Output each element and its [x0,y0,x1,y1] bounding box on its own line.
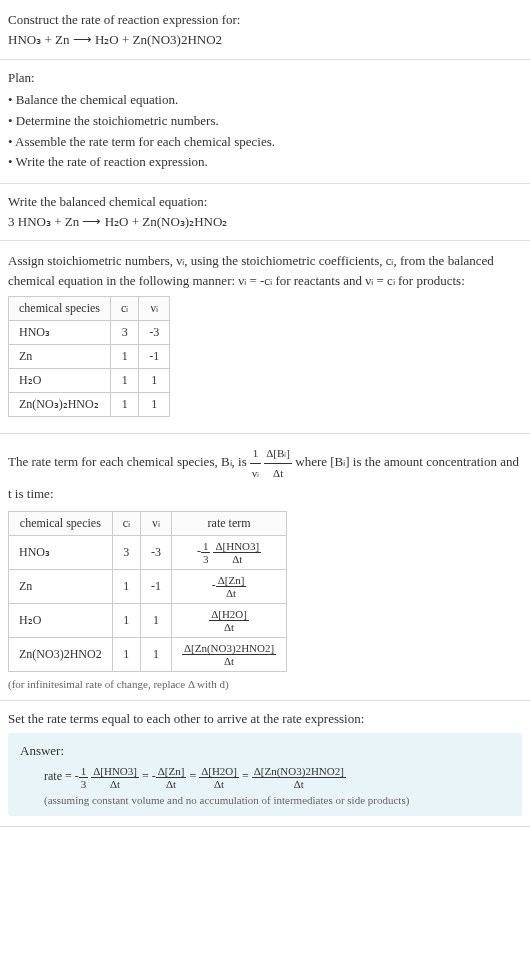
question-section: Construct the rate of reaction expressio… [0,0,530,60]
rateterm-section: The rate term for each chemical species,… [0,434,530,700]
plan-section: Plan: Balance the chemical equation. Det… [0,60,530,184]
rateterm-intro: The rate term for each chemical species,… [8,444,522,504]
cell: HNO₃ [9,535,113,569]
cell: 1 [112,569,140,603]
plan-item: Balance the chemical equation. [8,90,522,111]
cell: 1 [139,369,170,393]
final-title: Set the rate terms equal to each other t… [8,711,522,727]
cell: Zn [9,345,111,369]
cell: -1 [140,569,171,603]
text: The rate term for each chemical species,… [8,454,250,469]
cell: Δ[Zn(NO3)2HNO2]Δt [171,637,286,671]
cell: 1 [139,393,170,417]
table-row: Zn1-1 [9,345,170,369]
cell: -1 [139,345,170,369]
fraction: Δ[HNO3]Δt [213,540,261,565]
balanced-equation: 3 HNO₃ + Zn ⟶ H₂O + Zn(NO₃)₂HNO₂ [8,214,522,230]
cell: 1 [112,637,140,671]
rt-h-c: cᵢ [112,511,140,535]
table-row: HNO₃3-3 [9,321,170,345]
text: rate = [44,769,75,783]
stoich-h-species: chemical species [9,297,111,321]
answer-assumption: (assuming constant volume and no accumul… [20,794,510,806]
balanced-title: Write the balanced chemical equation: [8,194,522,210]
table-row: Zn(NO₃)₂HNO₂11 [9,393,170,417]
cell: 1 [110,369,138,393]
plan-item: Assemble the rate term for each chemical… [8,132,522,153]
plan-title: Plan: [8,70,522,86]
rateterm-table: chemical species cᵢ νᵢ rate term HNO₃ 3 … [8,511,287,672]
cell: H₂O [9,603,113,637]
cell: 1 [112,603,140,637]
fraction: Δ[Zn]Δt [156,765,187,790]
cell: 1 [140,637,171,671]
fraction: 13 [201,540,211,565]
fraction: Δ[HNO3]Δt [91,765,139,790]
rt-h-rate: rate term [171,511,286,535]
fraction: Δ[Bᵢ]Δt [264,444,292,482]
question-prompt: Construct the rate of reaction expressio… [8,10,522,30]
fraction: Δ[H2O]Δt [199,765,239,790]
cell: 1 [110,345,138,369]
fraction: Δ[Zn(NO3)2HNO2]Δt [182,642,276,667]
cell: Zn [9,569,113,603]
rateterm-note: (for infinitesimal rate of change, repla… [8,678,522,690]
fraction: Δ[Zn(NO3)2HNO2]Δt [252,765,346,790]
fraction: Δ[Zn]Δt [216,574,247,599]
rt-h-v: νᵢ [140,511,171,535]
fraction: 1νᵢ [250,444,261,482]
cell: H₂O [9,369,111,393]
balanced-section: Write the balanced chemical equation: 3 … [0,184,530,241]
cell: HNO₃ [9,321,111,345]
table-row: Zn(NO3)2HNO2 1 1 Δ[Zn(NO3)2HNO2]Δt [9,637,287,671]
answer-box: Answer: rate = -13 Δ[HNO3]Δt = -Δ[Zn]Δt … [8,733,522,816]
rt-h-species: chemical species [9,511,113,535]
stoich-h-v: νᵢ [139,297,170,321]
cell: -13 Δ[HNO3]Δt [171,535,286,569]
cell: -Δ[Zn]Δt [171,569,286,603]
plan-item: Determine the stoichiometric numbers. [8,111,522,132]
final-section: Set the rate terms equal to each other t… [0,701,530,827]
question-equation: HNO₃ + Zn ⟶ H₂O + Zn(NO3)2HNO2 [8,30,522,50]
cell: 3 [112,535,140,569]
table-row: H₂O11 [9,369,170,393]
stoich-intro: Assign stoichiometric numbers, νᵢ, using… [8,251,522,290]
cell: 1 [110,393,138,417]
plan-list: Balance the chemical equation. Determine… [8,90,522,173]
fraction: 13 [79,765,89,790]
cell: Zn(NO3)2HNO2 [9,637,113,671]
answer-label: Answer: [20,743,510,759]
cell: 3 [110,321,138,345]
cell: Δ[H2O]Δt [171,603,286,637]
fraction: Δ[H2O]Δt [209,608,249,633]
cell: 1 [140,603,171,637]
stoich-table: chemical species cᵢ νᵢ HNO₃3-3 Zn1-1 H₂O… [8,296,170,417]
plan-item: Write the rate of reaction expression. [8,152,522,173]
cell: Zn(NO₃)₂HNO₂ [9,393,111,417]
stoich-h-c: cᵢ [110,297,138,321]
answer-equation: rate = -13 Δ[HNO3]Δt = -Δ[Zn]Δt = Δ[H2O]… [20,765,510,790]
table-row: H₂O 1 1 Δ[H2O]Δt [9,603,287,637]
table-row: Zn 1 -1 -Δ[Zn]Δt [9,569,287,603]
stoich-section: Assign stoichiometric numbers, νᵢ, using… [0,241,530,434]
cell: -3 [140,535,171,569]
table-row: HNO₃ 3 -3 -13 Δ[HNO3]Δt [9,535,287,569]
cell: -3 [139,321,170,345]
